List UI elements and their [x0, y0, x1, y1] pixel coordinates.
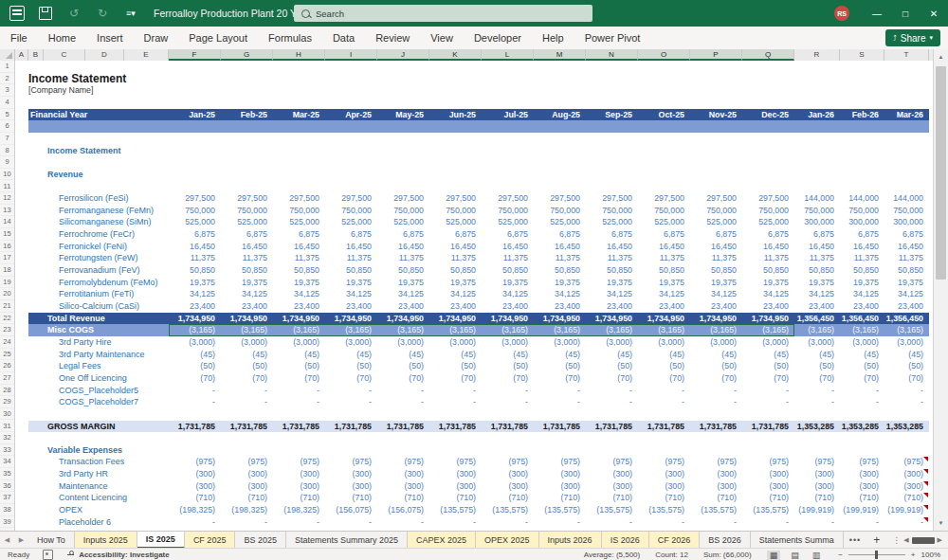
cell-label-row-17[interactable]: Ferrotungsten (FeW)	[59, 252, 138, 264]
cell-K5[interactable]: Jun-25	[429, 109, 476, 121]
cell-K16[interactable]: 16,450	[429, 241, 476, 253]
cell-O39[interactable]: -	[638, 516, 684, 529]
cell-P25[interactable]: (45)	[690, 349, 737, 361]
cell-H23[interactable]: (3,165)	[273, 324, 319, 336]
sheet-tab-inputs-2026[interactable]: Inputs 2026	[539, 532, 602, 549]
cell-Q15[interactable]: 6,875	[742, 228, 789, 241]
cell-R26[interactable]: (50)	[794, 360, 834, 372]
cell-K19[interactable]: 19,375	[429, 277, 476, 289]
cell-P13[interactable]: 750,000	[690, 205, 737, 217]
cell-T13[interactable]: 750,000	[884, 205, 923, 217]
cell-N14[interactable]: 525,000	[586, 216, 632, 228]
sheet-tab-is-2025[interactable]: IS 2025	[137, 532, 185, 549]
cell-F39[interactable]: -	[169, 516, 215, 529]
cell-H20[interactable]: 34,125	[273, 288, 319, 300]
cell-P27[interactable]: (70)	[690, 372, 737, 385]
cell-K36[interactable]: (300)	[429, 480, 476, 493]
cell-T21[interactable]: 23,400	[884, 300, 923, 313]
cell-P26[interactable]: (50)	[690, 360, 737, 372]
cell-L12[interactable]: 297,500	[482, 192, 528, 205]
cell-label-row-34[interactable]: Transaction Fees	[59, 456, 124, 468]
cell-I29[interactable]: -	[325, 396, 372, 408]
cell-F37[interactable]: (710)	[169, 492, 215, 504]
cell-label-row-5[interactable]: Financial Year	[30, 109, 87, 121]
cell-I27[interactable]: (70)	[325, 372, 372, 385]
cell-H17[interactable]: 11,375	[273, 252, 319, 264]
cell-O37[interactable]: (710)	[638, 492, 684, 504]
cell-K38[interactable]: (135,575)	[429, 504, 476, 516]
cell-I28[interactable]: -	[325, 385, 372, 397]
cell-O27[interactable]: (70)	[638, 372, 684, 385]
cell-N16[interactable]: 16,450	[586, 241, 632, 253]
cell-K26[interactable]: (50)	[429, 360, 476, 372]
cell-T12[interactable]: 144,000	[884, 192, 923, 205]
cell-R29[interactable]: -	[794, 396, 834, 408]
cell-P15[interactable]: 6,875	[690, 228, 737, 241]
row-number-39[interactable]: 39	[0, 516, 14, 529]
cell-S25[interactable]: (45)	[840, 349, 879, 361]
cell-F29[interactable]: -	[169, 396, 215, 408]
column-header-O[interactable]: O	[638, 49, 690, 61]
zoom-level[interactable]: 100%	[921, 551, 940, 559]
cell-F34[interactable]: (975)	[169, 456, 215, 468]
cell-L16[interactable]: 16,450	[482, 241, 528, 253]
zoom-slider[interactable]	[848, 554, 905, 556]
cell-N17[interactable]: 11,375	[586, 252, 632, 264]
sheet-tab-cf-2025[interactable]: CF 2025	[185, 532, 236, 549]
cell-L18[interactable]: 50,850	[482, 264, 528, 277]
column-header-L[interactable]: L	[482, 49, 534, 61]
cell-H16[interactable]: 16,450	[273, 241, 319, 253]
cell-I5[interactable]: Apr-25	[325, 109, 372, 121]
cell-O20[interactable]: 34,125	[638, 288, 684, 300]
cell-Q22[interactable]: 1,734,950	[742, 313, 789, 325]
row-number-21[interactable]: 21	[0, 300, 14, 313]
row-number-36[interactable]: 36	[0, 480, 14, 493]
cell-F28[interactable]: -	[169, 385, 215, 397]
horizontal-scrollbar-thumb[interactable]	[912, 537, 935, 544]
row-number-7[interactable]: 7	[0, 133, 14, 145]
row-number-19[interactable]: 19	[0, 277, 14, 289]
cell-Q19[interactable]: 19,375	[742, 277, 789, 289]
cell-M35[interactable]: (300)	[534, 468, 580, 480]
cell-H14[interactable]: 525,000	[273, 216, 319, 228]
cell-L25[interactable]: (45)	[482, 349, 528, 361]
cell-Q16[interactable]: 16,450	[742, 241, 789, 253]
cell-M13[interactable]: 750,000	[534, 205, 580, 217]
cell-T23[interactable]: (3,165)	[884, 324, 923, 336]
cell-I21[interactable]: 23,400	[325, 300, 372, 313]
cell-Q39[interactable]: -	[742, 516, 789, 529]
cell-K27[interactable]: (70)	[429, 372, 476, 385]
row-number-31[interactable]: 31	[0, 421, 14, 433]
cell-M23[interactable]: (3,165)	[534, 324, 580, 336]
cell-J26[interactable]: (50)	[377, 360, 424, 372]
cell-K20[interactable]: 34,125	[429, 288, 476, 300]
minimize-button[interactable]: —	[863, 0, 891, 27]
column-header-A[interactable]: A	[15, 49, 28, 61]
cell-label-row-29[interactable]: COGS_Placeholder7	[59, 396, 138, 408]
cell-G36[interactable]: (300)	[221, 480, 267, 493]
horizontal-scrollbar[interactable]: ⋮ ◀ ▶	[886, 532, 948, 549]
cell-O38[interactable]: (135,575)	[638, 504, 684, 516]
cell-Q27[interactable]: (70)	[742, 372, 789, 385]
cell-M26[interactable]: (50)	[534, 360, 580, 372]
cell-I12[interactable]: 297,500	[325, 192, 372, 205]
ribbon-tab-insert[interactable]: Insert	[86, 27, 134, 49]
cell-O35[interactable]: (300)	[638, 468, 684, 480]
cell-J28[interactable]: -	[377, 385, 424, 397]
cell-P18[interactable]: 50,850	[690, 264, 737, 277]
sheet-tab-capex-2025[interactable]: CAPEX 2025	[408, 532, 476, 549]
cell-label-row-36[interactable]: Maintenance	[59, 480, 108, 493]
cell-K22[interactable]: 1,734,950	[429, 313, 476, 325]
scroll-up-icon[interactable]: ▲	[934, 50, 948, 63]
sheet-tab-cf-2026[interactable]: CF 2026	[649, 532, 701, 549]
cell-L38[interactable]: (135,575)	[482, 504, 528, 516]
cell-J12[interactable]: 297,500	[377, 192, 424, 205]
row-number-29[interactable]: 29	[0, 396, 14, 408]
cell-R14[interactable]: 300,000	[794, 216, 834, 228]
cell-G35[interactable]: (300)	[221, 468, 267, 480]
cell-S36[interactable]: (300)	[840, 480, 879, 493]
cell-K37[interactable]: (710)	[429, 492, 476, 504]
cell-M15[interactable]: 6,875	[534, 228, 580, 241]
cell-P39[interactable]: -	[690, 516, 737, 529]
cell-L5[interactable]: Jul-25	[482, 109, 528, 121]
